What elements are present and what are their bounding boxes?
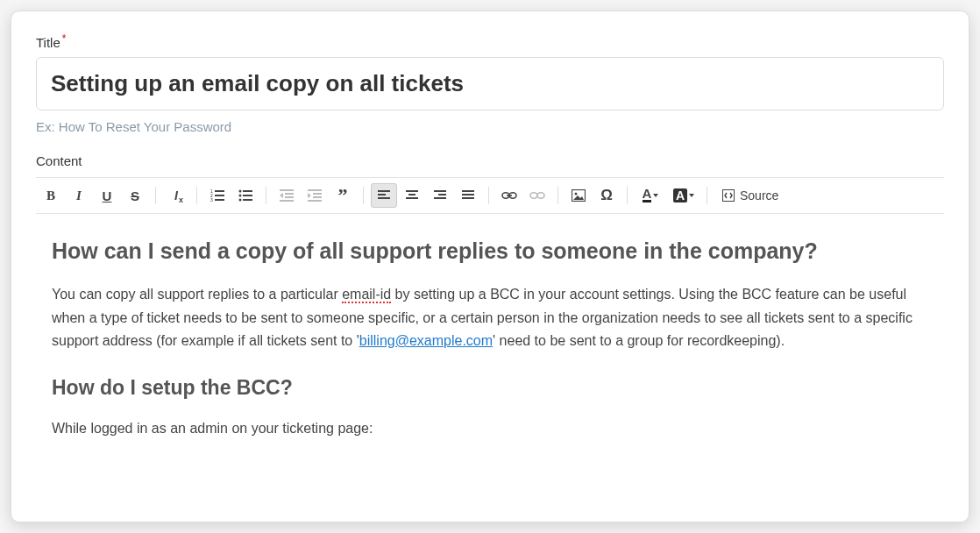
- required-asterisk: *: [62, 32, 67, 45]
- special-char-button[interactable]: Ω: [593, 183, 620, 208]
- separator: [557, 187, 558, 204]
- strike-button[interactable]: S: [122, 183, 148, 208]
- separator: [266, 187, 266, 204]
- separator: [363, 187, 364, 204]
- omega-icon: Ω: [600, 187, 613, 204]
- svg-marker-16: [280, 193, 283, 198]
- editor-link-billing[interactable]: billing@example.com: [359, 333, 493, 348]
- editor-paragraph-1: You can copy all support replies to a pa…: [52, 283, 928, 352]
- svg-rect-10: [243, 195, 252, 196]
- bold-icon: B: [46, 188, 55, 203]
- text-color-icon: A: [643, 188, 652, 203]
- bg-color-button[interactable]: A: [668, 183, 699, 208]
- svg-rect-14: [285, 196, 294, 198]
- editor-toolbar: B I U S I 123 ”: [36, 177, 944, 214]
- svg-rect-1: [215, 195, 224, 196]
- title-input[interactable]: [36, 57, 944, 110]
- svg-rect-23: [378, 194, 386, 195]
- title-label-text: Title: [36, 35, 60, 50]
- svg-rect-27: [406, 197, 418, 199]
- svg-rect-29: [438, 194, 446, 195]
- svg-rect-17: [308, 189, 322, 191]
- content-label: Content: [36, 153, 944, 168]
- source-icon: [722, 189, 735, 202]
- bullet-list-button[interactable]: [232, 183, 259, 208]
- image-icon: [572, 189, 586, 202]
- separator: [627, 187, 628, 204]
- italic-icon: I: [76, 188, 82, 203]
- editor-heading-1: How can I send a copy of all support rep…: [52, 233, 928, 269]
- underline-icon: U: [103, 188, 112, 203]
- align-left-icon: [378, 190, 390, 201]
- separator: [155, 187, 156, 204]
- align-justify-button[interactable]: [455, 183, 481, 208]
- link-icon: [501, 191, 517, 200]
- chevron-down-icon: [653, 194, 658, 197]
- align-right-button[interactable]: [427, 183, 453, 208]
- title-label: Title*: [36, 32, 944, 50]
- align-center-button[interactable]: [399, 183, 425, 208]
- strike-icon: S: [131, 188, 139, 203]
- outdent-icon: [280, 189, 294, 202]
- text-color-button[interactable]: A: [635, 183, 666, 208]
- editor-card: Title* Ex: How To Reset Your Password Co…: [11, 11, 969, 522]
- indent-button[interactable]: [302, 183, 328, 208]
- svg-rect-22: [378, 190, 390, 192]
- editor-paragraph-2: While logged in as an admin on your tick…: [52, 417, 928, 440]
- svg-marker-41: [573, 195, 584, 200]
- svg-rect-32: [462, 194, 474, 195]
- svg-rect-30: [434, 197, 446, 199]
- align-right-icon: [434, 190, 446, 201]
- svg-rect-2: [215, 199, 224, 201]
- align-left-button[interactable]: [371, 183, 397, 208]
- bold-button[interactable]: B: [38, 183, 64, 208]
- svg-rect-24: [378, 197, 390, 199]
- source-button[interactable]: Source: [714, 183, 786, 208]
- editor-heading-2: How do I setup the BCC?: [52, 372, 928, 405]
- svg-rect-12: [280, 189, 294, 191]
- svg-point-8: [239, 199, 242, 202]
- svg-rect-33: [462, 197, 474, 199]
- blockquote-button[interactable]: ”: [330, 183, 356, 208]
- content-editor[interactable]: How can I send a copy of all support rep…: [36, 214, 944, 441]
- svg-rect-36: [507, 195, 512, 196]
- link-button[interactable]: [496, 183, 522, 208]
- svg-point-37: [530, 193, 537, 198]
- svg-rect-25: [406, 190, 418, 192]
- title-helper: Ex: How To Reset Your Password: [36, 119, 944, 134]
- svg-rect-13: [285, 193, 294, 195]
- svg-point-7: [239, 195, 242, 197]
- separator: [488, 187, 489, 204]
- numbered-list-button[interactable]: 123: [204, 183, 231, 208]
- svg-point-6: [239, 190, 242, 193]
- align-justify-icon: [462, 190, 474, 201]
- separator: [707, 187, 707, 204]
- blockquote-icon: ”: [338, 191, 348, 200]
- svg-rect-28: [434, 190, 446, 192]
- bg-color-icon: A: [673, 188, 687, 203]
- chevron-down-icon: [689, 194, 694, 197]
- svg-rect-11: [243, 199, 252, 201]
- remove-format-icon: I: [174, 188, 178, 203]
- svg-point-38: [537, 193, 544, 198]
- svg-rect-9: [243, 190, 252, 192]
- svg-rect-31: [462, 190, 474, 192]
- unlink-icon: [529, 191, 545, 200]
- svg-rect-18: [313, 193, 322, 195]
- bullet-list-icon: [238, 189, 252, 202]
- spell-error: email-id: [342, 287, 391, 303]
- align-center-icon: [406, 190, 418, 201]
- unlink-button[interactable]: [524, 183, 550, 208]
- svg-text:3: 3: [210, 197, 213, 202]
- italic-button[interactable]: I: [66, 183, 92, 208]
- svg-marker-21: [308, 193, 311, 198]
- source-label: Source: [740, 188, 778, 203]
- image-button[interactable]: [565, 183, 592, 208]
- remove-format-button[interactable]: I: [163, 183, 189, 208]
- underline-button[interactable]: U: [94, 183, 120, 208]
- indent-icon: [308, 189, 322, 202]
- outdent-button[interactable]: [273, 183, 300, 208]
- svg-rect-26: [408, 194, 415, 195]
- separator: [196, 187, 197, 204]
- svg-point-40: [575, 193, 578, 195]
